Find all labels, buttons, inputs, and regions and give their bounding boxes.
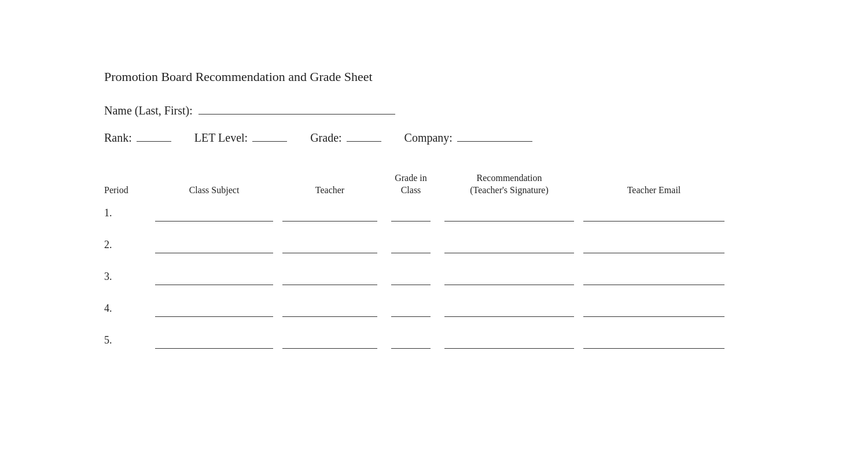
- row-2-teacher[interactable]: [282, 241, 377, 253]
- page-container: Promotion Board Recommendation and Grade…: [0, 0, 868, 389]
- name-input-line[interactable]: [198, 103, 395, 115]
- company-field: Company:: [404, 130, 532, 145]
- row-2-recommendation[interactable]: [444, 241, 574, 253]
- let-level-field: LET Level:: [194, 130, 287, 145]
- col-period: Period: [104, 184, 150, 197]
- row-5-class-subject[interactable]: [155, 336, 273, 349]
- row-5-grade[interactable]: [391, 336, 431, 349]
- row-1-recommendation[interactable]: [444, 209, 574, 222]
- row-4-grade[interactable]: [391, 304, 431, 317]
- row-2-class-subject[interactable]: [155, 241, 273, 253]
- row-3-recommendation[interactable]: [444, 272, 574, 285]
- row-1-number: 1.: [104, 207, 150, 222]
- table-header: Period Class Subject Teacher Grade inCla…: [104, 172, 764, 197]
- table-row: 3.: [104, 271, 764, 285]
- row-4-email[interactable]: [583, 304, 724, 317]
- company-label: Company:: [404, 131, 453, 145]
- table-section: Period Class Subject Teacher Grade inCla…: [104, 172, 764, 349]
- row-5-number: 5.: [104, 334, 150, 349]
- col-grade-in-class: Grade inClass: [382, 172, 440, 197]
- grade-line[interactable]: [347, 130, 381, 142]
- row-1-class-subject[interactable]: [155, 209, 273, 222]
- row-5-email[interactable]: [583, 336, 724, 349]
- let-level-line[interactable]: [252, 130, 287, 142]
- row-4-class-subject[interactable]: [155, 304, 273, 317]
- row-3-number: 3.: [104, 271, 150, 285]
- table-row: 4.: [104, 302, 764, 317]
- row-3-class-subject[interactable]: [155, 272, 273, 285]
- col-class-subject: Class Subject: [150, 184, 278, 197]
- row-4-recommendation[interactable]: [444, 304, 574, 317]
- row-3-teacher[interactable]: [282, 272, 377, 285]
- col-recommendation: Recommendation(Teacher's Signature): [440, 172, 579, 197]
- let-level-label: LET Level:: [194, 131, 248, 145]
- table-row: 2.: [104, 239, 764, 253]
- page-title: Promotion Board Recommendation and Grade…: [104, 69, 764, 84]
- grade-label: Grade:: [310, 131, 341, 145]
- company-line[interactable]: [457, 130, 532, 142]
- name-label: Name (Last, First):: [104, 104, 193, 117]
- row-3-grade[interactable]: [391, 272, 431, 285]
- row-4-number: 4.: [104, 302, 150, 317]
- col-teacher: Teacher: [278, 184, 382, 197]
- rank-label: Rank:: [104, 131, 132, 145]
- row-2-number: 2.: [104, 239, 150, 253]
- rank-line[interactable]: [137, 130, 171, 142]
- col-teacher-email: Teacher Email: [579, 184, 729, 197]
- row-3-email[interactable]: [583, 272, 724, 285]
- row-2-email[interactable]: [583, 241, 724, 253]
- rank-field: Rank:: [104, 130, 171, 145]
- row-1-email[interactable]: [583, 209, 724, 222]
- name-row: Name (Last, First):: [104, 103, 764, 117]
- row-1-teacher[interactable]: [282, 209, 377, 222]
- row-5-teacher[interactable]: [282, 336, 377, 349]
- row-5-recommendation[interactable]: [444, 336, 574, 349]
- row-1-grade[interactable]: [391, 209, 431, 222]
- table-row: 5.: [104, 334, 764, 349]
- grade-field: Grade:: [310, 130, 381, 145]
- row-2-grade[interactable]: [391, 241, 431, 253]
- table-row: 1.: [104, 207, 764, 222]
- row-4-teacher[interactable]: [282, 304, 377, 317]
- info-row: Rank: LET Level: Grade: Company:: [104, 130, 764, 145]
